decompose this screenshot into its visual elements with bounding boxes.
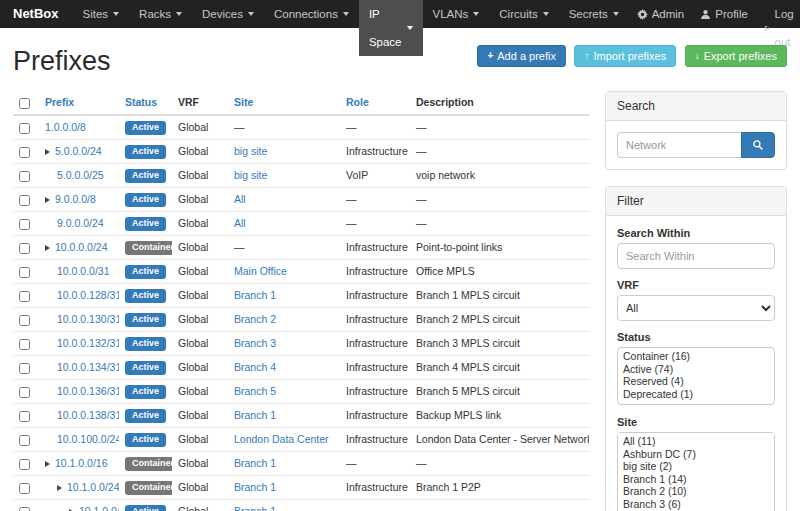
prefix-link[interactable]: 5.0.0.0/24: [55, 145, 102, 157]
prefix-link[interactable]: 10.0.0.136/31: [57, 385, 119, 397]
site-link[interactable]: Branch 4: [234, 361, 276, 373]
filter-option[interactable]: Deprecated (1): [620, 388, 772, 401]
prefix-link[interactable]: 10.0.0.0/24: [55, 241, 108, 253]
site-link[interactable]: All: [234, 193, 246, 205]
expand-arrow-icon[interactable]: [45, 197, 50, 203]
prefix-table: Prefix Status VRF Site Role Description …: [13, 91, 589, 511]
site-link[interactable]: big site: [234, 169, 267, 181]
site-link[interactable]: Branch 2: [234, 313, 276, 325]
prefix-link[interactable]: 5.0.0.0/25: [57, 169, 104, 181]
row-checkbox[interactable]: [19, 483, 30, 494]
add-prefix-button[interactable]: +Add a prefix: [477, 45, 566, 67]
vrf-cell: Global: [172, 403, 228, 427]
profile-link[interactable]: Profile: [692, 0, 756, 28]
site-link[interactable]: Branch 1: [234, 409, 276, 421]
site-link[interactable]: All: [234, 217, 246, 229]
search-input[interactable]: [617, 132, 741, 158]
site-link[interactable]: Branch 1: [234, 289, 276, 301]
table-row: 10.1.0.0/25ActiveGlobalBranch 1——: [13, 499, 589, 511]
row-checkbox[interactable]: [19, 219, 30, 230]
site-link[interactable]: Branch 5: [234, 385, 276, 397]
nav-item-ip-space[interactable]: IP Space: [359, 0, 423, 56]
site-link[interactable]: Branch 3: [234, 337, 276, 349]
prefix-link[interactable]: 1.0.0.0/8: [45, 121, 86, 133]
expand-arrow-icon[interactable]: [45, 149, 50, 155]
vrf-select[interactable]: All: [617, 295, 775, 321]
site-link[interactable]: London Data Center: [234, 433, 329, 445]
prefix-link[interactable]: 10.0.100.0/24: [57, 433, 119, 445]
prefix-link[interactable]: 10.0.0.134/31: [57, 361, 119, 373]
prefix-link[interactable]: 10.1.0.0/24: [67, 481, 119, 493]
site-filter-list[interactable]: All (11)Ashburn DC (7)big site (2)Branch…: [617, 432, 775, 511]
filter-option[interactable]: big site (2): [620, 460, 772, 473]
description-cell: Point-to-point links: [410, 235, 589, 259]
select-all-checkbox[interactable]: [19, 98, 30, 109]
prefix-link[interactable]: 10.0.0.128/31: [57, 289, 119, 301]
row-checkbox[interactable]: [19, 435, 30, 446]
export-prefixes-button[interactable]: ↓Export prefixes: [685, 45, 787, 67]
row-checkbox[interactable]: [19, 171, 30, 182]
prefix-link[interactable]: 9.0.0.0/8: [55, 193, 96, 205]
site-cell: —: [228, 235, 340, 259]
filter-option[interactable]: Reserved (4): [620, 375, 772, 388]
filter-option[interactable]: All (11): [620, 435, 772, 448]
sort-header-role[interactable]: Role: [346, 96, 369, 108]
site-link[interactable]: Branch 1: [234, 505, 276, 511]
prefix-link[interactable]: 10.0.0.0/31: [57, 265, 110, 277]
row-checkbox[interactable]: [19, 267, 30, 278]
row-checkbox[interactable]: [19, 291, 30, 302]
site-cell: Branch 5: [228, 379, 340, 403]
filter-option[interactable]: Branch 3 (6): [620, 498, 772, 511]
row-checkbox[interactable]: [19, 123, 30, 134]
description-cell: Branch 5 MPLS circuit: [410, 379, 589, 403]
prefix-link[interactable]: 10.1.0.0/25: [79, 505, 119, 511]
row-checkbox[interactable]: [19, 459, 30, 470]
filter-option[interactable]: Branch 2 (10): [620, 485, 772, 498]
filter-option[interactable]: Active (74): [620, 363, 772, 376]
nav-item-vlans[interactable]: VLANs: [423, 0, 490, 28]
row-checkbox[interactable]: [19, 339, 30, 350]
filter-option[interactable]: Ashburn DC (7): [620, 448, 772, 461]
prefix-link[interactable]: 9.0.0.0/24: [57, 217, 104, 229]
row-checkbox[interactable]: [19, 195, 30, 206]
prefix-link[interactable]: 10.1.0.0/16: [55, 457, 108, 469]
filter-option[interactable]: Branch 1 (14): [620, 473, 772, 486]
status-filter-list[interactable]: Container (16)Active (74)Reserved (4)Dep…: [617, 347, 775, 405]
prefix-link[interactable]: 10.0.0.138/31: [57, 409, 119, 421]
admin-link[interactable]: Admin: [629, 0, 693, 28]
role-cell: Infrastructure: [340, 379, 410, 403]
nav-item-racks[interactable]: Racks: [129, 0, 192, 28]
prefix-link[interactable]: 10.0.0.132/31: [57, 337, 119, 349]
nav-item-sites[interactable]: Sites: [73, 0, 130, 28]
nav-item-connections[interactable]: Connections: [264, 0, 359, 28]
search-button[interactable]: [741, 132, 775, 158]
status-badge: Active: [125, 289, 166, 303]
sort-header-prefix[interactable]: Prefix: [45, 96, 74, 108]
nav-item-circuits[interactable]: Circuits: [489, 0, 558, 28]
prefix-link[interactable]: 10.0.0.130/31: [57, 313, 119, 325]
site-link[interactable]: Branch 1: [234, 457, 276, 469]
sort-header-status[interactable]: Status: [125, 96, 157, 108]
row-checkbox[interactable]: [19, 243, 30, 254]
search-within-input[interactable]: [617, 243, 775, 269]
row-checkbox[interactable]: [19, 147, 30, 158]
row-checkbox[interactable]: [19, 387, 30, 398]
row-checkbox[interactable]: [19, 315, 30, 326]
expand-arrow-icon[interactable]: [45, 245, 50, 251]
sort-header-site[interactable]: Site: [234, 96, 253, 108]
vrf-cell: Global: [172, 307, 228, 331]
site-cell: Branch 3: [228, 331, 340, 355]
site-link[interactable]: Branch 1: [234, 481, 276, 493]
nav-item-devices[interactable]: Devices: [192, 0, 264, 28]
brand-link[interactable]: NetBox: [0, 0, 73, 28]
site-link[interactable]: Main Office: [234, 265, 287, 277]
row-checkbox[interactable]: [19, 363, 30, 374]
row-checkbox[interactable]: [19, 411, 30, 422]
nav-item-secrets[interactable]: Secrets: [559, 0, 629, 28]
expand-arrow-icon[interactable]: [45, 461, 50, 467]
row-checkbox[interactable]: [19, 507, 30, 511]
filter-option[interactable]: Container (16): [620, 350, 772, 363]
site-link[interactable]: big site: [234, 145, 267, 157]
expand-arrow-icon[interactable]: [57, 485, 62, 491]
import-prefixes-button[interactable]: ↑Import prefixes: [574, 45, 676, 67]
